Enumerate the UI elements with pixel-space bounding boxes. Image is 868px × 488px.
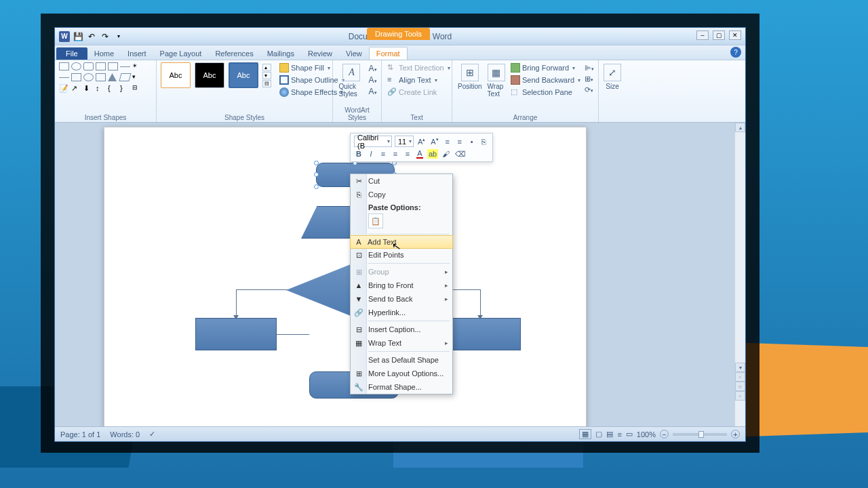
next-page-icon[interactable]: ◦: [735, 391, 745, 401]
resize-handle[interactable]: [314, 184, 319, 189]
copy-icon[interactable]: ⎘: [479, 137, 489, 146]
align-left-icon[interactable]: ≡: [378, 149, 388, 159]
connector[interactable]: [236, 289, 286, 290]
shape-option[interactable]: ▾: [132, 73, 142, 81]
align-right-icon[interactable]: ≡: [403, 149, 412, 159]
save-icon[interactable]: 💾: [73, 31, 83, 42]
style-preset[interactable]: Abc: [229, 62, 258, 88]
shapes-gallery[interactable]: ✶ ▾ 📝 ↗ ⬇ ↕ { } ⊟: [59, 62, 143, 94]
view-draft-icon[interactable]: ▭: [626, 430, 633, 439]
menu-group[interactable]: ⊞Group: [351, 265, 452, 279]
text-direction-button[interactable]: ⇅Text Direction: [386, 62, 452, 73]
tab-review[interactable]: Review: [301, 47, 339, 60]
undo-icon[interactable]: ↶: [86, 31, 97, 42]
menu-set-default[interactable]: Set as Default Shape: [351, 353, 452, 367]
minimize-button[interactable]: –: [696, 30, 709, 40]
tab-file[interactable]: File: [56, 47, 87, 60]
zoom-level[interactable]: 100%: [637, 430, 656, 439]
font-family-combo[interactable]: Calibri (B: [354, 136, 392, 147]
connector[interactable]: [480, 289, 481, 318]
style-preset[interactable]: Abc: [161, 62, 191, 88]
bold-icon[interactable]: B: [354, 149, 363, 159]
view-web-icon[interactable]: ▤: [606, 430, 613, 439]
shape-option[interactable]: ↕: [96, 84, 106, 92]
quick-styles-button[interactable]: A Quick Styles: [337, 62, 366, 99]
selection-pane-button[interactable]: ⬚Selection Pane: [509, 87, 582, 98]
view-outline-icon[interactable]: ≡: [617, 430, 621, 439]
menu-wrap-text[interactable]: ▦Wrap Text: [351, 336, 452, 350]
decrease-indent-icon[interactable]: ≡: [443, 137, 452, 146]
grow-font-icon[interactable]: A▴: [416, 136, 427, 146]
shape-option[interactable]: ✶: [132, 62, 142, 70]
menu-edit-points[interactable]: ⊡Edit Points: [351, 248, 452, 262]
align-text-button[interactable]: ≡Align Text: [386, 75, 452, 85]
paste-option-button[interactable]: 📋: [368, 214, 383, 228]
menu-more-layout[interactable]: ⊞More Layout Options...: [351, 367, 452, 380]
menu-send-to-back[interactable]: ▼Send to Back: [351, 292, 452, 306]
zoom-in-icon[interactable]: +: [731, 430, 740, 439]
text-effects-icon[interactable]: A▾: [368, 87, 376, 96]
highlight-icon[interactable]: ab: [427, 149, 438, 159]
gallery-more-icon[interactable]: ⊟: [262, 80, 271, 87]
browse-object-icon[interactable]: ○: [735, 382, 745, 391]
shape-option[interactable]: [108, 62, 118, 70]
zoom-out-icon[interactable]: −: [660, 430, 669, 439]
menu-cut[interactable]: ✂Cut: [351, 174, 452, 188]
italic-icon[interactable]: I: [366, 149, 376, 159]
shape-option[interactable]: [119, 73, 131, 81]
font-size-combo[interactable]: 11: [395, 136, 414, 147]
gallery-up-icon[interactable]: ▴: [262, 64, 271, 71]
bring-forward-button[interactable]: Bring Forward: [509, 62, 582, 73]
scroll-up-icon[interactable]: ▴: [735, 123, 745, 132]
scroll-down-icon[interactable]: ▾: [735, 363, 745, 372]
menu-bring-to-front[interactable]: ▲Bring to Front: [351, 279, 452, 292]
shape-option[interactable]: [59, 62, 69, 70]
zoom-slider[interactable]: [673, 433, 727, 436]
page[interactable]: Calibri (B 11 A▴ A▾ ≡ ≡ • ⎘ B I ≡ ≡ ≡ A …: [104, 127, 587, 426]
position-button[interactable]: ⊞ Position: [456, 62, 484, 92]
view-full-screen-icon[interactable]: ▢: [595, 430, 602, 439]
shape-option[interactable]: [96, 73, 106, 81]
wrap-text-button[interactable]: ▦ Wrap Text: [486, 62, 507, 99]
font-color-icon[interactable]: A: [415, 148, 425, 159]
shape-option[interactable]: {: [108, 84, 118, 92]
resize-handle[interactable]: [314, 172, 319, 177]
send-backward-button[interactable]: Send Backward: [509, 75, 582, 85]
shape-option[interactable]: [83, 62, 94, 70]
shape-option[interactable]: [71, 62, 81, 70]
shape-option[interactable]: [83, 73, 94, 81]
tab-home[interactable]: Home: [87, 47, 121, 60]
shape-option[interactable]: [71, 73, 81, 81]
zoom-thumb[interactable]: [698, 431, 704, 438]
size-button[interactable]: ⤢ Size: [602, 62, 623, 92]
bullets-icon[interactable]: •: [467, 137, 477, 146]
resize-handle[interactable]: [314, 161, 319, 165]
gallery-down-icon[interactable]: ▾: [262, 72, 271, 79]
shape-option[interactable]: [108, 73, 117, 81]
flowchart-shape-process[interactable]: [195, 318, 277, 350]
shape-option[interactable]: ⊟: [132, 84, 142, 92]
prev-page-icon[interactable]: ◦: [735, 372, 745, 382]
increase-indent-icon[interactable]: ≡: [455, 137, 465, 146]
menu-add-text[interactable]: AAdd Text: [350, 235, 453, 249]
tab-format[interactable]: Format: [369, 47, 408, 60]
rotate-icon[interactable]: ⟳▾: [585, 85, 594, 94]
qat-dropdown-icon[interactable]: ▾: [113, 31, 124, 42]
close-button[interactable]: ✕: [729, 30, 741, 40]
tab-view[interactable]: View: [339, 47, 369, 60]
help-icon[interactable]: ?: [730, 47, 741, 58]
style-gallery[interactable]: Abc Abc Abc ▴ ▾ ⊟: [161, 62, 271, 88]
proofing-icon[interactable]: ✓: [149, 430, 155, 439]
connector[interactable]: [236, 289, 237, 318]
tab-references[interactable]: References: [208, 47, 260, 60]
menu-copy[interactable]: ⎘Copy: [351, 188, 452, 201]
shape-option[interactable]: ↗: [71, 84, 81, 92]
align-icon[interactable]: ⊫▾: [585, 64, 594, 73]
view-print-layout-icon[interactable]: ▦: [579, 429, 591, 439]
shape-option[interactable]: 📝: [59, 84, 69, 92]
connector[interactable]: [277, 334, 309, 335]
create-link-button[interactable]: 🔗Create Link: [386, 87, 452, 98]
shape-option[interactable]: [96, 62, 106, 70]
redo-icon[interactable]: ↷: [100, 31, 111, 42]
shrink-font-icon[interactable]: A▾: [429, 136, 439, 146]
